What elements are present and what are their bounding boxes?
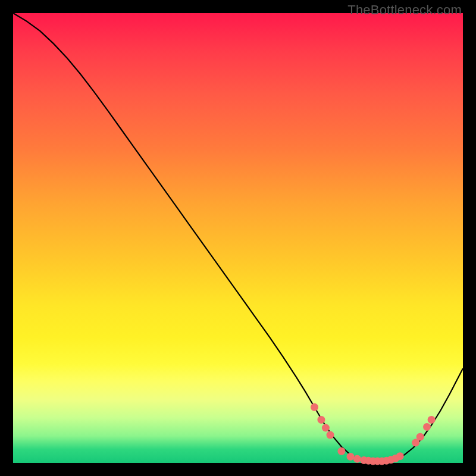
curve-marker (322, 424, 330, 432)
curve-marker (416, 433, 424, 441)
curve-marker (311, 403, 318, 411)
chart-frame: TheBottleneck.com (0, 0, 476, 476)
curve-marker (428, 416, 436, 424)
curve-marker (327, 431, 334, 439)
curve-marker (347, 453, 355, 461)
curve-marker (396, 452, 404, 460)
bottleneck-curve (13, 13, 463, 462)
curve-marker (353, 455, 361, 463)
curve-layer (13, 13, 463, 463)
watermark-text: TheBottleneck.com (347, 2, 462, 18)
marker-group (311, 403, 436, 465)
curve-marker (423, 423, 431, 431)
curve-marker (337, 447, 345, 455)
curve-marker (317, 416, 325, 424)
